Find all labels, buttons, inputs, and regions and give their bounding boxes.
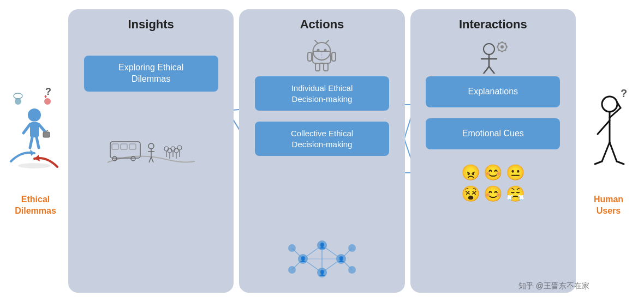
svg-line-80 [489, 67, 494, 74]
svg-line-94 [598, 120, 610, 134]
svg-rect-50 [332, 52, 336, 61]
interactions-column: Interactions [410, 9, 576, 293]
svg-point-73 [288, 266, 296, 274]
svg-text:?: ? [621, 87, 627, 99]
svg-point-5 [28, 108, 41, 122]
svg-line-31 [149, 157, 151, 162]
svg-line-79 [484, 67, 489, 74]
svg-point-45 [317, 49, 320, 52]
svg-point-92 [602, 96, 617, 112]
actions-column: Actions [239, 9, 404, 293]
svg-marker-14 [34, 155, 40, 161]
emoji-row-2: 😵 😊 😤 [461, 185, 525, 203]
frustrated-emoji: 😤 [506, 185, 525, 203]
svg-line-47 [315, 40, 318, 43]
emotional-cues-box: Emotional Cues [426, 118, 560, 149]
human-users-illustration: ? [581, 85, 636, 189]
network-illustration: 👤 👤 👤 👤 [281, 232, 363, 286]
main-container: ? ♦ [0, 0, 644, 302]
svg-point-15 [18, 163, 51, 168]
angry-emoji: 😠 [461, 164, 480, 182]
happy-emoji-2: 😊 [484, 185, 503, 203]
svg-point-72 [288, 244, 296, 252]
interactions-title: Interactions [459, 17, 527, 32]
left-figure: ? ♦ [5, 85, 65, 217]
svg-text:👤: 👤 [338, 256, 345, 263]
interactions-boxes: Explanations Emotional Cues [417, 76, 569, 155]
exploring-ethical-dilemmas-box: Exploring EthicalDilemmas [84, 56, 218, 92]
svg-line-32 [151, 157, 153, 162]
svg-text:♦: ♦ [44, 93, 47, 99]
svg-rect-49 [308, 52, 312, 61]
svg-text:👤: 👤 [319, 269, 326, 276]
actions-boxes: Individual EthicalDecision-making Collec… [246, 76, 398, 232]
dizzy-emoji: 😵 [461, 185, 480, 203]
svg-line-97 [610, 142, 617, 161]
svg-line-48 [326, 40, 329, 43]
svg-marker-13 [30, 149, 34, 156]
svg-line-11 [30, 137, 32, 148]
individual-decision-box: Individual EthicalDecision-making [255, 76, 389, 111]
svg-point-1 [14, 93, 22, 99]
svg-point-76 [484, 44, 494, 55]
svg-rect-25 [129, 144, 136, 149]
svg-rect-23 [112, 144, 118, 149]
ethical-dilemmas-illustration: ? ♦ [8, 85, 63, 189]
svg-rect-9 [43, 132, 50, 137]
svg-text:👤: 👤 [319, 242, 326, 249]
svg-line-98 [602, 142, 610, 161]
svg-line-99 [617, 161, 624, 164]
svg-point-27 [131, 156, 135, 161]
columns-area: Insights Exploring EthicalDilemmas [68, 9, 576, 293]
insights-title: Insights [128, 17, 174, 32]
svg-line-12 [37, 137, 39, 148]
svg-line-8 [39, 124, 45, 132]
svg-point-75 [348, 266, 356, 274]
svg-line-7 [23, 124, 30, 133]
neutral-emoji: 😐 [506, 164, 525, 182]
collective-decision-box: Collective EthicalDecision-making [255, 122, 389, 156]
svg-point-74 [348, 244, 356, 252]
happy-emoji-1: 😊 [484, 164, 503, 182]
svg-rect-24 [121, 144, 127, 149]
watermark: 知乎 @王晋东不在家 [518, 281, 589, 291]
insights-column: Insights Exploring EthicalDilemmas [68, 9, 234, 293]
ethical-dilemmas-label: Ethical Dilemmas [15, 194, 56, 217]
human-users-label: Human Users [594, 194, 623, 217]
svg-point-82 [500, 45, 504, 49]
bus-illustration [102, 102, 200, 173]
svg-point-2 [15, 98, 21, 105]
android-icon [307, 39, 337, 72]
right-figure: ? Human Users [579, 85, 639, 217]
svg-point-46 [324, 49, 327, 52]
svg-rect-51 [315, 63, 320, 71]
actions-title: Actions [300, 17, 344, 32]
svg-text:👤: 👤 [300, 256, 307, 263]
svg-rect-52 [324, 63, 328, 71]
explanations-box: Explanations [426, 76, 560, 107]
person-gear-icon [474, 39, 512, 72]
svg-point-28 [148, 143, 154, 149]
emoji-row-1: 😠 😊 😐 [461, 164, 525, 182]
svg-line-100 [595, 161, 602, 164]
